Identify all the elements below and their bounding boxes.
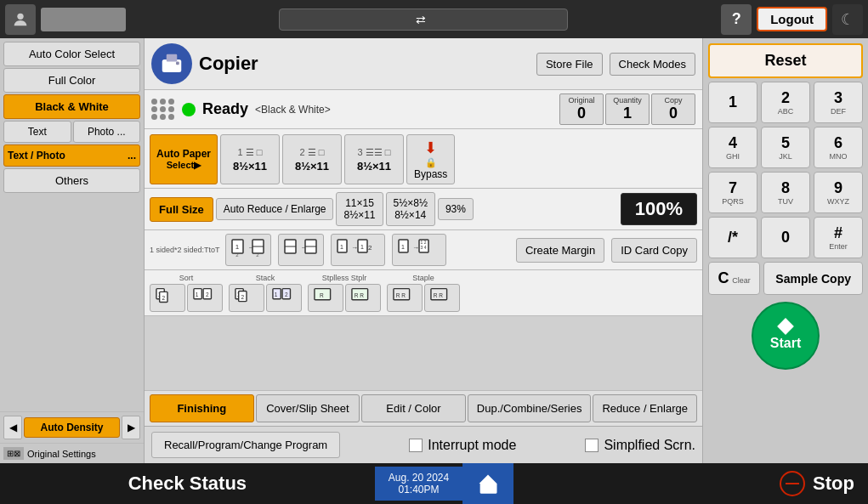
sort-option-2[interactable]: 1 2 xyxy=(187,284,223,312)
edit-color-tab[interactable]: Edit / Color xyxy=(361,394,466,422)
zoom-option-2[interactable]: 5½×8½8½×14 xyxy=(386,192,435,226)
ready-indicator xyxy=(182,103,196,116)
num-hash-button[interactable]: #Enter xyxy=(814,217,863,258)
check-modes-button[interactable]: Check Modes xyxy=(610,53,695,76)
id-card-copy-button[interactable]: ID Card Copy xyxy=(611,238,697,263)
stack-group: Stack 1 2 1 xyxy=(229,274,302,312)
status-sub: <Black & White> xyxy=(255,104,331,116)
dup-combine-tab[interactable]: Dup./Combine/Series xyxy=(468,394,592,422)
sort-staple-row: Sort 1 2 1 xyxy=(145,270,702,316)
density-down-arrow[interactable]: ◀ xyxy=(3,416,22,439)
color-section: Auto Color Select Full Color Black & Whi… xyxy=(0,38,144,196)
num-2-button[interactable]: 2ABC xyxy=(761,82,810,123)
text-button[interactable]: Text xyxy=(3,121,71,143)
interrupt-label: Interrupt mode xyxy=(428,438,516,453)
interrupt-checkbox[interactable] xyxy=(409,439,423,452)
staple-options: R R R R xyxy=(387,284,460,312)
cover-slip-tab[interactable]: Cover/Slip Sheet xyxy=(256,394,360,422)
transmit-display: ⇄ xyxy=(279,8,568,31)
full-size-button[interactable]: Full Size xyxy=(150,197,213,222)
svg-text:1: 1 xyxy=(360,244,364,250)
auto-reduce-button[interactable]: Auto Reduce / Enlarge xyxy=(216,198,334,220)
black-white-button[interactable]: Black & White xyxy=(3,94,140,119)
recall-program-button[interactable]: Recall/Program/Change Program xyxy=(151,432,340,458)
num-slash-button[interactable]: /* xyxy=(708,217,757,258)
staple-label: Staple xyxy=(412,274,434,282)
auto-color-select-button[interactable]: Auto Color Select xyxy=(3,42,140,66)
date-display: Aug. 20 2024 xyxy=(389,472,449,484)
original-settings-button[interactable]: ⊞⊠ Original Settings xyxy=(0,443,144,463)
sort-option-1[interactable]: 1 2 xyxy=(150,284,185,312)
finishing-tab[interactable]: Finishing xyxy=(150,394,254,422)
paper-1-size: 8½×11 xyxy=(233,160,267,173)
user-icon[interactable] xyxy=(5,4,36,35)
duplex-2-to-2-button[interactable]: → xyxy=(278,234,324,266)
duplex-combine-4-button[interactable]: 1 → 1 2 3 4 xyxy=(392,234,446,266)
photo-button[interactable]: Photo ... xyxy=(73,121,141,143)
staple-option-1[interactable]: R R xyxy=(387,284,423,312)
home-button[interactable] xyxy=(462,463,513,504)
paper-option-2[interactable]: 2 ☰ □ 8½×11 xyxy=(282,134,342,184)
action-row: Recall/Program/Change Program Interrupt … xyxy=(145,426,702,463)
copy-counter: Copy 0 xyxy=(651,93,695,125)
svg-text:1: 1 xyxy=(340,244,343,250)
zoom-100-button[interactable]: 100% xyxy=(621,193,697,225)
stop-button[interactable]: Stop xyxy=(813,473,854,495)
status-right: Stop xyxy=(513,470,868,497)
duplex-label-col: 1 sided*2 sided:TtoT xyxy=(150,246,220,254)
full-color-button[interactable]: Full Color xyxy=(3,68,140,93)
text-photo-button[interactable]: Text / Photo ... xyxy=(3,144,140,167)
others-button[interactable]: Others xyxy=(3,168,140,193)
num-4-button[interactable]: 4GHI xyxy=(708,127,757,168)
sample-copy-button[interactable]: Sample Copy xyxy=(763,262,863,295)
num-9-button[interactable]: 9WXYZ xyxy=(814,172,863,213)
num-5-button[interactable]: 5JKL xyxy=(761,127,810,168)
start-diamond-icon xyxy=(777,318,794,335)
num-8-button[interactable]: 8TUV xyxy=(761,172,810,213)
svg-text:2: 2 xyxy=(368,244,372,252)
clear-button[interactable]: C Clear xyxy=(708,262,760,295)
staple-group: Staple R R R R xyxy=(387,274,460,312)
density-display: Auto Density xyxy=(24,417,120,438)
logout-button[interactable]: Logout xyxy=(757,7,827,31)
zoom-option-1[interactable]: 11×158½×11 xyxy=(336,192,383,226)
simplified-checkbox[interactable] xyxy=(585,439,599,452)
start-label: Start xyxy=(770,336,801,351)
num-7-button[interactable]: 7PQRS xyxy=(708,172,757,213)
paper-2-icons: 2 ☰ □ xyxy=(300,147,325,158)
density-up-arrow[interactable]: ▶ xyxy=(122,416,140,439)
sort-group: Sort 1 2 1 xyxy=(150,274,223,312)
night-mode-button[interactable]: ☾ xyxy=(832,4,863,35)
staple-option-2[interactable]: R R xyxy=(424,284,460,312)
duplex-1-to-2-button[interactable]: 1 2 → 2 xyxy=(225,234,271,266)
paper-1-icons: 1 ☰ □ xyxy=(238,147,263,158)
help-button[interactable]: ? xyxy=(721,4,752,35)
reset-button[interactable]: Reset xyxy=(708,43,863,78)
density-area: ◀ Auto Density ▶ xyxy=(0,411,144,443)
num-0-button[interactable]: 0 xyxy=(761,217,810,258)
paper-option-3[interactable]: 3 ☰☰ □ 8½×11 xyxy=(344,134,404,184)
start-button[interactable]: Start xyxy=(752,302,820,370)
stack-option-1[interactable]: 1 2 xyxy=(229,284,264,312)
copier-icon xyxy=(151,43,192,84)
num-6-button[interactable]: 6MNO xyxy=(814,127,863,168)
numpad: 1 2ABC 3DEF 4GHI 5JKL 6MNO 7PQRS 8TUV 9W… xyxy=(708,82,863,258)
zoom-pct-button[interactable]: 93% xyxy=(438,198,474,220)
num-3-button[interactable]: 3DEF xyxy=(814,82,863,123)
create-margin-button[interactable]: Create Margin xyxy=(516,238,604,263)
num-1-button[interactable]: 1 xyxy=(708,82,757,123)
svg-text:2: 2 xyxy=(241,294,245,300)
reduce-enlarge-tab[interactable]: Reduce / Enlarge xyxy=(593,394,697,422)
svg-text:1: 1 xyxy=(235,243,239,251)
paper-option-1[interactable]: 1 ☰ □ 8½×11 xyxy=(220,134,280,184)
store-file-button[interactable]: Store File xyxy=(536,53,603,76)
bypass-lock-icon: 🔒 xyxy=(425,157,437,168)
stapleless-option-2[interactable]: R R xyxy=(345,284,381,312)
bypass-button[interactable]: ⬇ 🔒 Bypass xyxy=(406,134,455,184)
stapleless-option-1[interactable]: R xyxy=(308,284,343,312)
check-status-button[interactable]: Check Status xyxy=(0,473,375,495)
duplex-row: 1 sided*2 sided:TtoT 1 2 → 2 xyxy=(145,230,702,270)
auto-paper-button[interactable]: Auto Paper Select▶ xyxy=(150,134,218,184)
stack-option-2[interactable]: 1 2 xyxy=(266,284,302,312)
duplex-combine-2-button[interactable]: 1 → 1 2 xyxy=(331,234,385,266)
